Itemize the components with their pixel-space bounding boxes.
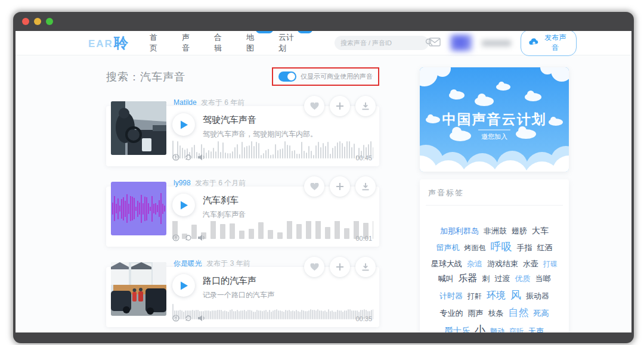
publish-sound-button[interactable]: 发布声音 — [521, 31, 577, 56]
waveform-bar — [155, 203, 156, 215]
play-icon — [180, 201, 188, 210]
waveform-bar — [134, 198, 135, 219]
license-icon[interactable] — [172, 313, 179, 324]
tag-item[interactable]: 翅膀 — [512, 225, 527, 237]
sound-title[interactable]: 驾驶汽车声音 — [203, 114, 317, 126]
waveform-bar — [116, 204, 117, 213]
sound-title[interactable]: 汽车刹车 — [203, 195, 246, 206]
tag-item[interactable]: 星球大战 — [431, 258, 462, 270]
tag-item[interactable]: 水壶 — [523, 258, 538, 270]
tag-item[interactable]: 过渡 — [495, 273, 510, 285]
loop-icon[interactable] — [185, 153, 192, 163]
add-to-collection-button[interactable] — [330, 257, 350, 277]
tag-item[interactable]: 计时器 — [439, 290, 463, 302]
cloud-plan-banner[interactable]: 中国声音云计划 邀您加入 — [420, 67, 569, 172]
loop-icon[interactable] — [185, 313, 192, 324]
tag-item[interactable]: 喊叫 — [438, 273, 454, 285]
tag-item[interactable]: 加那利群岛 — [440, 225, 479, 237]
sound-thumbnail-street[interactable] — [111, 262, 166, 316]
waveform-bar — [128, 204, 129, 214]
heart-icon — [310, 102, 319, 110]
mail-icon[interactable] — [429, 38, 441, 49]
commercial-filter-toggle[interactable] — [278, 72, 296, 82]
download-button[interactable] — [355, 96, 376, 116]
page: EAR 聆 首页 声音 合辑 地图 new 云计划 h — [16, 31, 631, 332]
tag-item[interactable]: 爵士乐 — [445, 325, 470, 332]
avatar[interactable] — [450, 35, 472, 51]
waveform-bar — [373, 147, 373, 158]
tag-item[interactable]: 呼吸 — [491, 239, 512, 256]
sound-thumbnail-driving[interactable] — [111, 101, 166, 155]
volume-icon[interactable] — [197, 233, 206, 244]
favorite-button[interactable] — [304, 176, 324, 197]
play-button[interactable] — [172, 274, 195, 297]
tag-item[interactable]: 大车 — [532, 225, 549, 238]
tag-item[interactable]: 风 — [510, 287, 521, 304]
tag-item[interactable]: 当啷 — [535, 273, 551, 285]
waveform-bar — [150, 207, 151, 211]
tag-item[interactable]: 死高 — [534, 307, 549, 319]
search-input[interactable] — [340, 39, 425, 46]
page-title: 搜索：汽车声音 — [106, 70, 185, 84]
nav-item-cloud-plan[interactable]: 云计划 hot — [278, 32, 300, 54]
loop-icon[interactable] — [185, 233, 192, 244]
tag-item[interactable]: 枝条 — [488, 307, 504, 319]
add-to-collection-button[interactable] — [330, 176, 350, 197]
tag-item[interactable]: 打鼾 — [467, 291, 482, 302]
volume-icon[interactable] — [197, 313, 206, 324]
nav-item-map[interactable]: 地图 new — [246, 32, 261, 54]
sound-title[interactable]: 路口的汽车声 — [203, 275, 274, 287]
divider — [426, 205, 563, 206]
tag-item[interactable]: 红酒 — [537, 242, 553, 254]
volume-icon[interactable] — [197, 153, 206, 163]
waveform-bar — [139, 203, 140, 215]
tag-item[interactable]: 留声机 — [436, 242, 460, 254]
maximize-window-button[interactable] — [46, 18, 53, 25]
nav-item-collections[interactable]: 合辑 — [214, 32, 228, 54]
waveform-thumbnail — [111, 182, 166, 235]
tag-item[interactable]: 优质 — [515, 273, 531, 285]
tag-item[interactable]: 乐器 — [459, 271, 478, 286]
tag-item[interactable]: 颤动 — [490, 326, 504, 332]
user-link[interactable]: ly998 — [174, 179, 191, 187]
banner-join-link[interactable]: 邀您加入 — [481, 133, 507, 140]
tag-item[interactable]: 专业的 — [440, 307, 463, 319]
hot-badge: hot — [298, 31, 312, 33]
download-button[interactable] — [355, 257, 376, 277]
play-button[interactable] — [172, 113, 195, 136]
tag-item[interactable]: 窃听 — [509, 326, 524, 332]
play-button[interactable] — [172, 194, 195, 216]
download-button[interactable] — [355, 176, 376, 197]
close-window-button[interactable] — [22, 18, 29, 25]
site-logo[interactable]: EAR 聆 — [88, 36, 128, 50]
user-link[interactable]: 你是暖光 — [174, 259, 202, 268]
tag-item[interactable]: 小 — [475, 322, 485, 332]
commercial-filter-label: 仅显示可商业使用的声音 — [301, 72, 373, 81]
waveform-bar — [162, 204, 163, 214]
tag-item[interactable]: 游戏结束 — [487, 258, 518, 270]
tag-item[interactable]: 环境 — [487, 288, 506, 303]
tag-item[interactable]: 烤面包 — [465, 243, 486, 254]
tag-item[interactable]: 手指 — [517, 242, 532, 254]
tag-item[interactable]: 杂追 — [467, 258, 482, 270]
favorite-button[interactable] — [304, 257, 324, 277]
nav-item-sounds[interactable]: 声音 — [182, 32, 196, 54]
tag-item[interactable]: 打碟 — [543, 259, 558, 270]
user-link[interactable]: Matilde — [174, 98, 197, 107]
minimize-window-button[interactable] — [34, 18, 41, 25]
license-icon[interactable] — [172, 153, 179, 163]
nav-item-home[interactable]: 首页 — [150, 32, 164, 54]
tag-item[interactable]: 自然 — [509, 305, 529, 321]
waveform-bar — [157, 205, 158, 212]
waveform-bar — [126, 194, 128, 223]
tag-item[interactable]: 刺 — [482, 273, 490, 285]
tag-item[interactable]: 振动器 — [526, 290, 549, 302]
sound-thumbnail-brake[interactable] — [111, 182, 166, 235]
username-blurred — [482, 40, 511, 46]
sound-duration: 00:35 — [355, 315, 372, 322]
tag-item[interactable]: 雨声 — [468, 307, 484, 319]
tag-item[interactable]: 无声 — [528, 325, 544, 332]
license-icon[interactable] — [172, 233, 179, 244]
add-to-collection-button[interactable] — [330, 96, 350, 116]
tag-item[interactable]: 非洲鼓 — [484, 225, 507, 237]
